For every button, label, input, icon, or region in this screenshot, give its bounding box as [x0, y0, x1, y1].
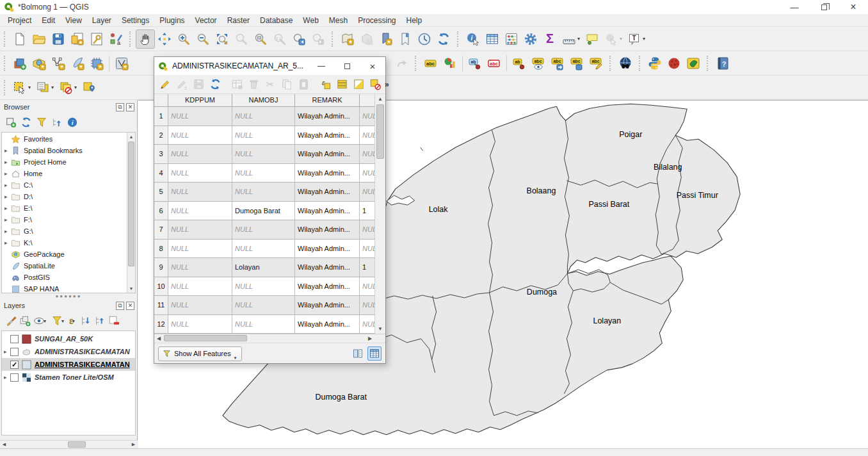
browser-filter-icon[interactable] [36, 117, 47, 128]
cell-remark[interactable]: Wilayah Admin... [295, 164, 360, 183]
scroll-up-icon[interactable]: ▲ [375, 94, 385, 104]
table-view-toggle[interactable] [367, 346, 382, 361]
browser-item[interactable]: ▸ Favorites [2, 133, 135, 145]
layer-item[interactable]: ▸ ADMINISTRASIKECAMATAN [2, 345, 135, 358]
column-header-remark[interactable]: REMARK [295, 94, 360, 106]
cell-remark[interactable]: Wilayah Admin... [295, 107, 360, 126]
select-features-by-form-button[interactable] [33, 78, 52, 97]
cell-remark[interactable]: Wilayah Admin... [295, 240, 360, 259]
refresh-map-button[interactable] [434, 29, 453, 49]
zoom-out-button[interactable] [193, 29, 213, 49]
scroll-right-icon[interactable]: ▶ [129, 441, 138, 448]
cell-namobj[interactable]: NULL [232, 107, 295, 126]
annotation-dropdown-caret[interactable]: ▾ [643, 36, 648, 42]
cell-kdppum[interactable]: NULL [168, 240, 232, 259]
restore-button[interactable] [809, 0, 839, 14]
cell-remark[interactable]: Wilayah Admin... [295, 183, 360, 202]
toolbar-grip[interactable] [609, 56, 613, 71]
scroll-right-icon[interactable]: ▶ [366, 334, 374, 343]
cell-extra[interactable]: 1 [360, 202, 376, 221]
browser-item[interactable]: ▸ C:\ [2, 179, 135, 191]
open-attribute-table-button[interactable] [483, 29, 502, 49]
new-mesh-layer-button[interactable] [112, 54, 131, 73]
panel-splitter[interactable]: ●●●●●● [0, 293, 137, 298]
new-virtual-layer-button[interactable] [87, 54, 106, 73]
select-form-dropdown-caret[interactable]: ▾ [51, 85, 56, 90]
cell-namobj[interactable]: NULL [232, 240, 295, 259]
open-project-button[interactable] [29, 29, 49, 49]
expand-arrow-icon[interactable]: ▸ [4, 159, 11, 165]
cell-kdppum[interactable]: NULL [168, 107, 232, 126]
reload-table-button[interactable] [207, 76, 223, 93]
browser-item[interactable]: ▸ F:\ [2, 214, 135, 225]
table-row[interactable]: 10 NULL NULL Wilayah Admin... NULL [154, 277, 385, 297]
save-project-button[interactable] [49, 29, 68, 49]
table-row[interactable]: 2 NULL NULL Wilayah Admin... NULL [154, 126, 385, 145]
zoom-next-button[interactable] [309, 29, 328, 49]
cell-remark[interactable]: Wilayah Admin... [295, 277, 360, 297]
cell-namobj[interactable]: NULL [232, 220, 295, 240]
cell-remark[interactable]: Wilayah Admin... [295, 145, 360, 164]
layer-styling-icon[interactable] [5, 315, 17, 327]
zoom-full-button[interactable] [213, 29, 232, 49]
deselect-features-button[interactable] [56, 78, 76, 97]
scroll-left-icon[interactable]: ◀ [154, 334, 163, 343]
select-features-by-value-button[interactable] [79, 78, 99, 97]
cell-extra[interactable]: NULL [360, 277, 376, 297]
map-themes-caret[interactable]: ▾ [44, 318, 49, 324]
cell-namobj[interactable]: NULL [232, 315, 295, 334]
cell-extra[interactable]: NULL [360, 220, 376, 240]
table-row[interactable]: 7 NULL NULL Wilayah Admin... NULL [154, 220, 385, 240]
show-hide-labels-button[interactable]: abc [529, 54, 548, 73]
menu-project[interactable]: Project [3, 14, 36, 27]
expand-arrow-icon[interactable]: ▸ [4, 147, 11, 154]
expand-arrow-icon[interactable]: ▸ [4, 205, 11, 211]
new-spatialite-layer-button[interactable] [68, 54, 87, 73]
expand-arrow-icon[interactable]: ▸ [4, 228, 11, 234]
layers-close-icon[interactable]: ✕ [126, 302, 134, 310]
cell-remark[interactable]: Wilayah Admin... [295, 126, 360, 145]
cell-extra[interactable]: NULL [360, 183, 376, 202]
cell-remark[interactable]: Wilayah Admin... [295, 315, 360, 334]
menu-layer[interactable]: Layer [87, 14, 117, 27]
expand-arrow-icon[interactable]: ▸ [4, 193, 11, 200]
expand-arrow-icon[interactable]: ▸ [4, 240, 11, 246]
cell-extra[interactable]: NULL [360, 107, 376, 126]
layer-item[interactable]: ▸ SUNGAI_AR_50K [2, 332, 135, 345]
row-number[interactable]: 10 [154, 277, 168, 297]
move-label-button[interactable]: ab [510, 54, 529, 73]
row-number[interactable]: 3 [154, 145, 168, 164]
table-row[interactable]: 1 NULL NULL Wilayah Admin... NULL [154, 107, 385, 126]
toolbar-grip[interactable] [457, 31, 460, 47]
scroll-down-icon[interactable]: ▼ [127, 284, 135, 293]
expand-arrow-icon[interactable]: ▸ [4, 216, 11, 223]
pan-map-button[interactable] [136, 29, 155, 49]
manage-plugins-button[interactable] [664, 54, 684, 73]
table-row[interactable]: 5 NULL NULL Wilayah Admin... NULL [154, 183, 385, 202]
dialog-titlebar[interactable]: ADMINISTRASIKECAMATAN_AR_5... — × [154, 57, 385, 75]
measure-dropdown-caret[interactable]: ▾ [577, 36, 583, 42]
action-dropdown-caret[interactable]: ▾ [620, 36, 625, 42]
layer-checkbox[interactable] [10, 348, 19, 356]
cell-extra[interactable]: NULL [360, 240, 376, 259]
deselect-all-button[interactable] [367, 76, 383, 93]
new-geopackage-layer-button[interactable] [29, 54, 49, 73]
browser-item[interactable]: ▸ E:\ [2, 202, 135, 214]
save-edits-button[interactable] [190, 76, 207, 93]
browser-float-icon[interactable]: ⧉ [116, 103, 124, 111]
menu-view[interactable]: View [60, 14, 87, 27]
select-dropdown-caret[interactable]: ▾ [28, 85, 33, 90]
row-number[interactable]: 11 [154, 296, 168, 315]
change-label-properties-button[interactable]: abc [586, 54, 606, 73]
cell-kdppum[interactable]: NULL [168, 145, 232, 164]
cell-namobj[interactable]: NULL [232, 183, 295, 202]
toolbar-grip[interactable] [415, 56, 418, 71]
column-header-kdppum[interactable]: KDPPUM [168, 94, 232, 106]
column-header-extra[interactable] [360, 94, 376, 106]
browser-item[interactable]: ▸ SpatiaLite [2, 260, 135, 272]
menu-database[interactable]: Database [255, 14, 298, 27]
layer-labeling-button[interactable]: abc [421, 54, 440, 73]
browser-item[interactable]: ▸ PostGIS [2, 272, 135, 283]
select-by-expression-button[interactable]: ε [317, 76, 334, 93]
browser-refresh-icon[interactable] [20, 117, 32, 128]
